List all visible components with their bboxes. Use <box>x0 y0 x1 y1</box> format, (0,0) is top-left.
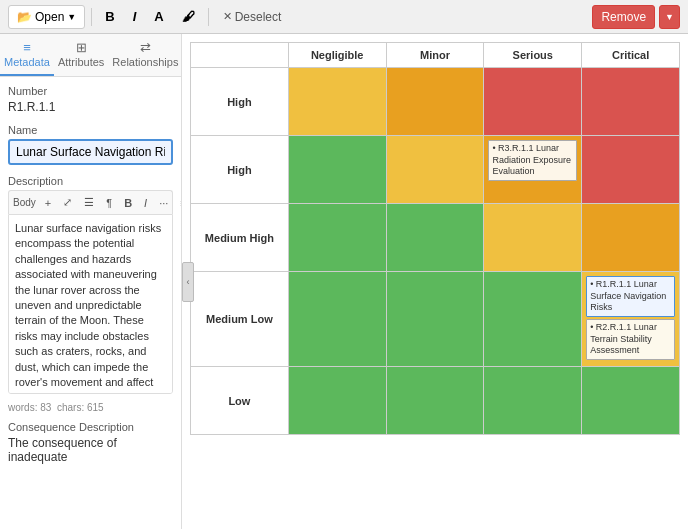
desc-add-button[interactable]: + <box>40 195 56 211</box>
matrix-cell-2-2[interactable] <box>484 204 582 272</box>
text-color-button[interactable]: A <box>147 5 170 29</box>
tab-attributes[interactable]: ⊞ Attributes <box>54 34 108 76</box>
matrix-cell-3-0[interactable] <box>288 272 386 367</box>
description-text: Lunar surface navigation risks encompass… <box>15 222 164 394</box>
name-input[interactable] <box>8 139 173 165</box>
cell-item[interactable]: • R3.R.1.1 Lunar Radiation Exposure Eval… <box>488 140 577 181</box>
matrix-cell-4-1[interactable] <box>386 367 484 435</box>
remove-button[interactable]: Remove <box>592 5 655 29</box>
open-button[interactable]: 📂 Open ▼ <box>8 5 85 29</box>
matrix-cell-1-1[interactable] <box>386 136 484 204</box>
main-layout: ≡ Metadata ⊞ Attributes ⇄ Relationships … <box>0 34 688 529</box>
row-header-1: High <box>191 136 289 204</box>
deselect-button[interactable]: ✕ Deselect <box>215 7 290 27</box>
matrix-cell-0-3[interactable] <box>582 68 680 136</box>
desc-paragraph-button[interactable]: ¶ <box>101 195 117 211</box>
x-icon: ✕ <box>223 10 232 23</box>
separator-1 <box>91 8 92 26</box>
tab-metadata[interactable]: ≡ Metadata <box>0 34 54 76</box>
tab-bar: ≡ Metadata ⊞ Attributes ⇄ Relationships <box>0 34 181 77</box>
cell-item[interactable]: • R1.R.1.1 Lunar Surface Navigation Risk… <box>586 276 675 317</box>
open-chevron-icon: ▼ <box>67 12 76 22</box>
matrix-cell-1-2[interactable]: • R3.R.1.1 Lunar Radiation Exposure Eval… <box>484 136 582 204</box>
description-content[interactable]: Lunar surface navigation risks encompass… <box>8 214 173 394</box>
open-icon: 📂 <box>17 10 32 24</box>
desc-toolbar: Body + ⤢ ☰ ¶ B I ··· ≡ <box>8 190 173 214</box>
matrix-cell-4-3[interactable] <box>582 367 680 435</box>
remove-split-button[interactable]: ▼ <box>659 5 680 29</box>
number-label: Number <box>8 85 173 97</box>
tab-relationships[interactable]: ⇄ Relationships <box>108 34 182 76</box>
word-count: words: 83 chars: 615 <box>8 402 173 413</box>
left-panel: ≡ Metadata ⊞ Attributes ⇄ Relationships … <box>0 34 182 529</box>
collapse-arrow[interactable]: ‹ <box>182 262 194 302</box>
matrix-cell-1-3[interactable] <box>582 136 680 204</box>
desc-list-button[interactable]: ☰ <box>79 194 99 211</box>
col-header-critical: Critical <box>582 43 680 68</box>
col-header-negligible: Negligible <box>288 43 386 68</box>
description-editor: Body + ⤢ ☰ ¶ B I ··· ≡ Lunar surface nav… <box>8 190 173 394</box>
matrix-cell-2-3[interactable] <box>582 204 680 272</box>
left-panel-content: Number R1.R.1.1 Name Description Body + … <box>0 77 181 529</box>
row-header-3: Medium Low <box>191 272 289 367</box>
relationships-icon: ⇄ <box>140 40 151 55</box>
col-header-serious: Serious <box>484 43 582 68</box>
consequence-label: Consequence Description <box>8 421 173 433</box>
desc-bold-button[interactable]: B <box>119 195 137 211</box>
italic-button[interactable]: I <box>126 5 144 29</box>
matrix-cell-2-1[interactable] <box>386 204 484 272</box>
matrix-cell-4-2[interactable] <box>484 367 582 435</box>
row-header-0: High <box>191 68 289 136</box>
matrix-cell-3-3[interactable]: • R1.R.1.1 Lunar Surface Navigation Risk… <box>582 272 680 367</box>
name-label: Name <box>8 124 173 136</box>
remove-chevron-icon: ▼ <box>665 12 674 22</box>
corner-cell <box>191 43 289 68</box>
highlight-button[interactable]: 🖌 <box>175 5 202 29</box>
attributes-icon: ⊞ <box>76 40 87 55</box>
col-header-minor: Minor <box>386 43 484 68</box>
consequence-text: The consequence of inadequate <box>8 436 173 464</box>
bold-button[interactable]: B <box>98 5 121 29</box>
matrix-container: Negligible Minor Serious Critical HighHi… <box>182 34 688 443</box>
risk-matrix-panel: ‹ Negligible Minor Serious Critical High… <box>182 34 688 529</box>
desc-italic-button[interactable]: I <box>139 195 152 211</box>
matrix-cell-0-1[interactable] <box>386 68 484 136</box>
description-label: Description <box>8 175 173 187</box>
desc-bullets-button[interactable]: ≡ <box>175 195 181 211</box>
row-header-2: Medium High <box>191 204 289 272</box>
matrix-cell-2-0[interactable] <box>288 204 386 272</box>
matrix-cell-4-0[interactable] <box>288 367 386 435</box>
separator-2 <box>208 8 209 26</box>
risk-matrix-table: Negligible Minor Serious Critical HighHi… <box>190 42 680 435</box>
matrix-cell-3-1[interactable] <box>386 272 484 367</box>
matrix-cell-0-0[interactable] <box>288 68 386 136</box>
matrix-cell-1-0[interactable] <box>288 136 386 204</box>
desc-expand-button[interactable]: ⤢ <box>58 194 77 211</box>
matrix-cell-0-2[interactable] <box>484 68 582 136</box>
row-header-4: Low <box>191 367 289 435</box>
main-toolbar: 📂 Open ▼ B I A 🖌 ✕ Deselect Remove ▼ <box>0 0 688 34</box>
cell-item[interactable]: • R2.R.1.1 Lunar Terrain Stability Asses… <box>586 319 675 360</box>
metadata-icon: ≡ <box>23 40 31 55</box>
number-value: R1.R.1.1 <box>8 100 173 114</box>
desc-more-button[interactable]: ··· <box>154 195 173 211</box>
matrix-cell-3-2[interactable] <box>484 272 582 367</box>
